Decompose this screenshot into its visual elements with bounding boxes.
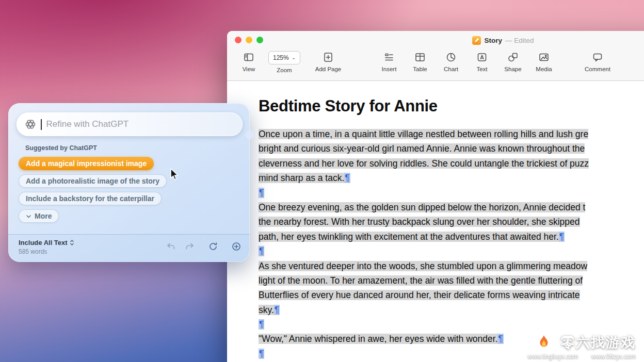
selected-text: path, her eyes twinkling with excitement… <box>259 232 559 242</box>
document-canvas[interactable]: Bedtime Story for Annie Once upon a time… <box>227 81 644 362</box>
document-text-line: Butterflies of every hue danced around h… <box>259 288 644 302</box>
include-all-text-label: Include All Text <box>19 239 68 246</box>
window-edited-label: — Edited <box>505 37 534 44</box>
document-text-line: cleverness and her love for solving ridd… <box>259 156 644 171</box>
chatgpt-assistant-panel: Suggested by ChatGPT Add a magical impre… <box>8 103 250 262</box>
titlebar: Story — Edited <box>227 35 644 45</box>
document-text-line: As she ventured deeper into the woods, s… <box>259 259 644 273</box>
toolbar-label: View <box>243 66 255 72</box>
undo-button[interactable] <box>166 241 176 252</box>
text-caret <box>41 119 42 130</box>
selected-text: As she ventured deeper into the woods, s… <box>259 261 587 271</box>
flame-logo-icon <box>537 335 551 350</box>
zoom-value: 125% <box>273 54 289 61</box>
document-lines: Once upon a time, in a quaint little vil… <box>259 127 644 361</box>
toolbar-label: Text <box>476 66 487 72</box>
shape-icon <box>507 51 519 63</box>
chatgpt-logo-icon <box>24 118 37 131</box>
chevron-down-icon <box>26 213 31 219</box>
selected-text: "Wow," Annie whispered in awe, her eyes … <box>259 334 497 344</box>
selected-text: sky. <box>259 305 274 315</box>
redo-button[interactable] <box>185 241 195 252</box>
suggestion-add-magical-image[interactable]: Add a magical impressionist image <box>19 157 154 170</box>
watermark: 零六找游戏 www.lingliuyx.com www.06zyx.com <box>528 333 636 360</box>
toolbar-label: Chart <box>444 66 458 72</box>
document-text-line: One breezy evening, as the golden sun di… <box>259 200 644 215</box>
toolbar-shape-button[interactable]: Shape <box>497 51 528 72</box>
toolbar-label: Comment <box>585 66 610 72</box>
document-text-line: ¶ <box>259 186 644 200</box>
zoom-dropdown[interactable]: 125% ⌄ <box>268 51 300 64</box>
table-icon <box>414 51 426 63</box>
text-box-icon: A <box>476 51 488 63</box>
refine-input[interactable] <box>45 119 236 130</box>
pilcrow-mark: ¶ <box>559 232 565 242</box>
pilcrow-mark: ¶ <box>259 188 264 198</box>
comment-bubble-icon <box>592 51 603 63</box>
view-sidebar-icon <box>243 51 254 63</box>
chevron-down-icon: ⌄ <box>292 55 296 60</box>
pilcrow-mark: ¶ <box>259 319 264 330</box>
toolbar-label: Zoom <box>277 67 292 73</box>
watermark-brand: 零六找游戏 <box>561 333 636 352</box>
more-suggestions-button[interactable]: More <box>19 209 59 223</box>
selected-text: Butterflies of every hue danced around h… <box>259 290 580 300</box>
toolbar-insert-button[interactable]: Insert <box>374 51 405 72</box>
toolbar-view-button[interactable]: View <box>233 51 264 72</box>
toolbar-label: Add Page <box>315 66 342 72</box>
window-title: Story <box>484 37 502 44</box>
toolbar-label: Media <box>536 66 552 72</box>
toolbar-media-button[interactable]: Media <box>528 51 559 72</box>
watermark-url-1: www.lingliuyx.com <box>528 353 578 360</box>
toolbar: View 125% ⌄ Zoom Add Page <box>227 48 644 83</box>
document-text-line: path, her eyes twinkling with excitement… <box>259 229 644 244</box>
suggested-by-label: Suggested by ChatGPT <box>25 144 97 152</box>
updown-chevrons-icon <box>70 239 74 246</box>
document-text-line: ¶ <box>259 317 644 332</box>
window-chrome: Story — Edited View 125% ⌄ Zoom <box>227 31 644 81</box>
toolbar-table-button[interactable]: Table <box>405 51 436 72</box>
assistant-footer: Include All Text 585 words <box>8 234 250 262</box>
document-text-line: sky.¶ <box>259 303 644 317</box>
selected-text: Once upon a time, in a quaint little vil… <box>259 129 588 139</box>
regenerate-button[interactable] <box>208 241 218 252</box>
document-text-line: Once upon a time, in a quaint little vil… <box>259 127 644 141</box>
toolbar-zoom-control[interactable]: 125% ⌄ Zoom <box>264 51 304 73</box>
toolbar-add-page-button[interactable]: Add Page <box>313 51 344 72</box>
toolbar-label: Insert <box>382 66 397 72</box>
selected-text: One breezy evening, as the golden sun di… <box>259 202 585 212</box>
more-label: More <box>35 212 52 220</box>
toolbar-label: Table <box>413 66 427 72</box>
refine-input-container[interactable] <box>17 112 243 136</box>
document-text-line: the nearby forest. With her trusty backp… <box>259 215 644 229</box>
pilcrow-mark: ¶ <box>344 173 350 183</box>
media-photo-icon <box>538 51 550 63</box>
suggestion-photorealistic-image[interactable]: Add a photorealistic image of the story <box>19 174 167 188</box>
selected-text: cleverness and her love for solving ridd… <box>259 158 589 169</box>
watermark-divider <box>555 336 556 349</box>
selected-text: mind sharp as a tack. <box>259 173 344 183</box>
toolbar-chart-button[interactable]: Chart <box>436 51 466 72</box>
selected-text: the nearby forest. With her trusty backp… <box>259 217 580 227</box>
toolbar-text-button[interactable]: A Text <box>466 51 497 72</box>
document-title: Bedtime Story for Annie <box>259 97 644 116</box>
watermark-url-2: www.06zyx.com <box>591 353 636 360</box>
pilcrow-mark: ¶ <box>497 334 503 344</box>
toolbar-comment-button[interactable]: Comment <box>582 51 613 72</box>
add-page-icon <box>323 51 334 63</box>
document-text-line: light of the moon. To her amazement, the… <box>259 273 644 288</box>
document-text-line: mind sharp as a tack.¶ <box>259 171 644 185</box>
chart-icon <box>445 51 457 63</box>
suggestion-caterpillar-backstory[interactable]: Include a backstory for the caterpillar <box>19 192 162 205</box>
add-button[interactable] <box>231 241 242 252</box>
svg-text:A: A <box>480 54 484 60</box>
include-all-text-selector[interactable]: Include All Text <box>19 239 74 246</box>
pilcrow-mark: ¶ <box>274 305 280 315</box>
insert-icon <box>383 51 395 63</box>
word-count: 585 words <box>19 248 74 255</box>
pilcrow-mark: ¶ <box>259 246 264 256</box>
pilcrow-mark: ¶ <box>259 349 264 359</box>
selected-text: light of the moon. To her amazement, the… <box>259 275 583 286</box>
selected-text: bright and curious six-year-old girl nam… <box>259 143 585 154</box>
document-text-line: bright and curious six-year-old girl nam… <box>259 141 644 156</box>
